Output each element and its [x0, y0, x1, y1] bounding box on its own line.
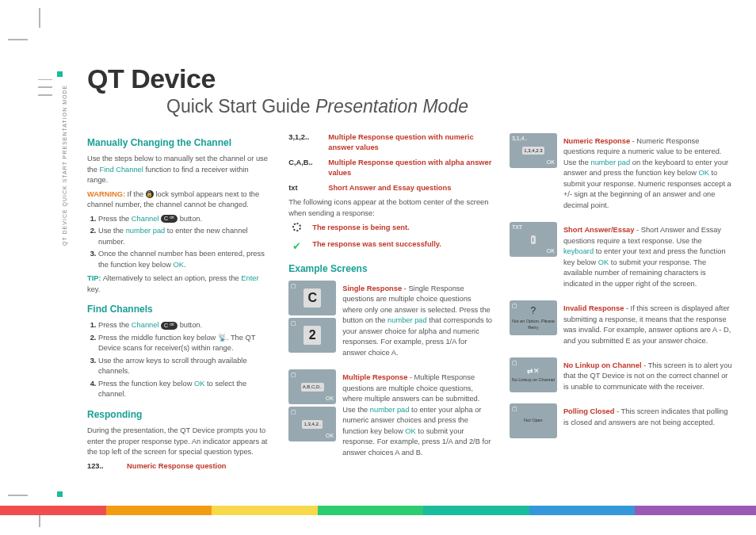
- icons-intro: The following icons appear at the bottom…: [288, 197, 492, 219]
- column-2: 3,1,2.. Multiple Response question with …: [288, 128, 492, 476]
- thumb-numeric: 3,1,4.. 1,3,4,2.3 OK: [510, 133, 557, 168]
- thumb-shortanswer: TXT | OK: [510, 222, 557, 257]
- side-label: QT DEVICE QUICK START PRESENTATION MODE: [62, 85, 67, 246]
- thumb-multi-num: ▢1,3,4,2..OK: [288, 407, 336, 441]
- legend-short-answer: txt Short Answer and Essay questions: [288, 183, 492, 193]
- manual-intro: Use the steps below to manually set the …: [87, 154, 271, 185]
- column-3: 3,1,4.. 1,3,4,2.3 OK Numeric Response - …: [510, 128, 732, 476]
- subtitle-plain: Quick Start Guide: [166, 96, 315, 117]
- heading-manual-channel: Manually Changing the Channel: [87, 136, 271, 150]
- example-single-response: ▢C ▢2 Single Response - Single Response …: [288, 281, 492, 361]
- warning-text: WARNING: If the 🔒 lock symbol appears ne…: [87, 189, 271, 211]
- heading-responding: Responding: [87, 408, 271, 422]
- channel-button-icon: C ᴼᴷ: [161, 215, 178, 223]
- lock-icon: 🔒: [146, 190, 154, 198]
- page-title: QT Device: [87, 63, 732, 94]
- page-content: QT Device Quick Start Guide Presentation…: [87, 63, 732, 495]
- legend-numeric: 123.. Numeric Response question: [87, 461, 271, 472]
- example-short-answer: TXT | OK Short Answer/Essay - Short Answ…: [510, 222, 732, 292]
- example-polling-closed: ▢ Not Open Polling Closed - This screen …: [510, 403, 732, 438]
- example-invalid: ▢ ? Not an Option, Please Retry Invalid …: [510, 300, 732, 350]
- thumb-single-2: ▢2: [288, 318, 336, 353]
- manual-steps: Press the Channel C ᴼᴷ button. Use the n…: [87, 214, 271, 270]
- subtitle-em: Presentation Mode: [315, 96, 468, 117]
- legend-multi-num: 3,1,2.. Multiple Response question with …: [288, 132, 492, 154]
- find-steps: Press the Channel C ᴼᴷ button. Press the…: [87, 320, 271, 399]
- check-icon: ✔: [288, 239, 304, 254]
- icon-sent: ✔ The response was sent successfully.: [288, 239, 492, 254]
- channel-button-icon: C ᴼᴷ: [161, 322, 178, 330]
- thumb-multi-alpha: ▢A,B,C,D..OK: [288, 369, 336, 404]
- thumb-invalid: ▢ ? Not an Option, Please Retry: [510, 300, 557, 335]
- page-subtitle: Quick Start Guide Presentation Mode: [166, 96, 732, 117]
- thumb-single-c: ▢C: [288, 281, 336, 315]
- example-multiple-response: ▢A,B,C,D..OK ▢1,3,4,2..OK Multiple Respo…: [288, 369, 492, 461]
- heading-example-screens: Example Screens: [288, 262, 492, 276]
- antenna-icon: 📡: [218, 333, 227, 343]
- legend-multi-alpha: C,A,B.. Multiple Response question with …: [288, 158, 492, 179]
- thumb-nolinkup: ▢ ⇄✕ No Linkup on Channel: [510, 357, 557, 392]
- responding-text: During the presentation, the QT Device p…: [87, 426, 271, 457]
- heading-find-channels: Find Channels: [87, 303, 271, 316]
- rainbow-footer: [0, 506, 756, 515]
- example-numeric: 3,1,4.. 1,3,4,2.3 OK Numeric Response - …: [510, 133, 732, 214]
- tip-text: TIP: Alternatively to select an option, …: [87, 273, 271, 295]
- thumb-closed: ▢ Not Open: [510, 403, 557, 438]
- icon-sending: The response is being sent.: [288, 223, 492, 235]
- spinner-icon: [292, 223, 301, 231]
- example-nolinkup: ▢ ⇄✕ No Linkup on Channel No Linkup on C…: [510, 357, 732, 396]
- column-1: Manually Changing the Channel Use the st…: [87, 128, 271, 476]
- crop-tick: [38, 79, 54, 101]
